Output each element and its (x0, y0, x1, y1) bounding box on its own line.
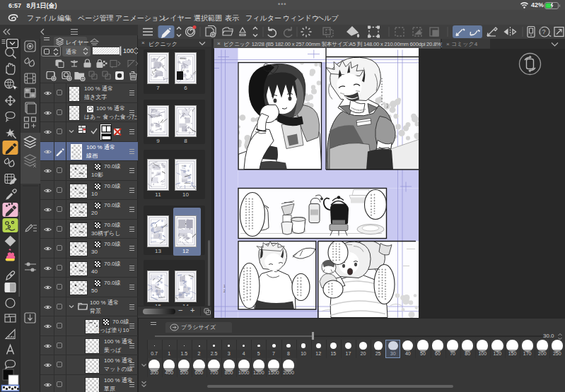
svg-text:2: 2 (223, 288, 226, 292)
svg-text:1: 1 (223, 283, 226, 287)
svg-text:?: ? (542, 28, 546, 35)
